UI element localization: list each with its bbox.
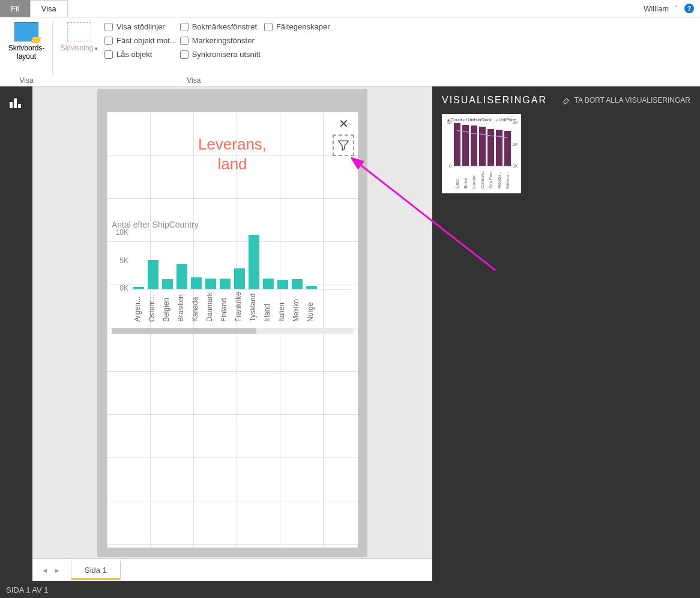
x-label: Argen...: [133, 292, 144, 322]
ribbon: Skrivbords- layout Visa Sidvisning▾ Visa…: [0, 17, 700, 86]
x-label: Mexiko: [292, 292, 303, 322]
filter-icon: [337, 139, 350, 152]
bar[interactable]: [277, 280, 288, 289]
help-icon[interactable]: ?: [684, 4, 694, 13]
y-axis: 10K 5K 0K: [112, 228, 128, 292]
x-label: Frankrike: [234, 292, 245, 322]
ribbon-group-visa-1: Visa: [5, 75, 48, 85]
skrivbordslayout-button[interactable]: Skrivbords- layout: [5, 20, 48, 61]
prev-page-icon[interactable]: ◄: [41, 566, 49, 575]
bar[interactable]: [177, 264, 187, 289]
phone-frame: ✕ Leverans, land Antal efter ShipCountry: [97, 89, 367, 557]
x-label: Tyskland: [249, 292, 259, 322]
chevron-down-icon: ▾: [95, 46, 98, 52]
bar[interactable]: [292, 279, 303, 289]
check-faltegenskaper[interactable]: Fältegenskaper: [264, 22, 330, 31]
vis-panel-title: VISUALISERINGAR: [442, 95, 547, 106]
bar[interactable]: [133, 287, 144, 289]
main-area: ✕ Leverans, land Antal efter ShipCountry: [0, 86, 700, 581]
x-axis: Argen...Österri...BelgienBrasilienKanada…: [133, 289, 353, 322]
chart-plot: 10K 5K 0K: [131, 232, 353, 289]
x-label: Kanada: [191, 292, 202, 322]
bar[interactable]: [263, 279, 274, 289]
bar-chart[interactable]: Antal efter ShipCountry 10K 5K 0K Argen.…: [112, 220, 353, 334]
tab-fil[interactable]: Fil: [0, 0, 30, 17]
close-icon[interactable]: ✕: [337, 115, 350, 132]
remove-all-visuals-button[interactable]: TA BORT ALLA VISUALISERINGAR: [563, 96, 690, 104]
thumb-line: [453, 123, 511, 166]
x-label: Brasilien: [177, 292, 187, 322]
status-text: SIDA 1 AV 1: [6, 585, 49, 594]
phone-screen[interactable]: ✕ Leverans, land Antal efter ShipCountry: [107, 112, 358, 548]
page-tab-1[interactable]: Sida 1: [71, 561, 121, 580]
check-las-objekt[interactable]: Lås objekt: [104, 50, 177, 59]
thumb-legend: Count of UnitsInStock UnitPrice: [445, 118, 517, 122]
x-label: Danmark: [205, 292, 216, 322]
bar[interactable]: [205, 279, 216, 289]
bar[interactable]: [148, 260, 158, 289]
check-bokmarken[interactable]: Bokmärkesfönstret: [180, 22, 261, 31]
x-label: Finland: [220, 292, 231, 322]
left-rail: [0, 86, 32, 581]
check-visa-stodlinjer[interactable]: Visa stödlinjer: [104, 22, 177, 31]
check-synkronisera[interactable]: Synkronisera utsnitt: [180, 50, 261, 59]
chart-title: Antal efter ShipCountry: [112, 220, 353, 229]
bar[interactable]: [306, 286, 317, 289]
x-label: Belgien: [162, 292, 173, 322]
tab-visa[interactable]: Visa: [30, 0, 68, 17]
status-bar: SIDA 1 AV 1: [0, 581, 700, 598]
collapse-ribbon-icon[interactable]: ˄: [675, 5, 678, 13]
user-name: William: [644, 4, 669, 13]
desktop-layout-icon: [14, 22, 38, 41]
canvas-area: ✕ Leverans, land Antal efter ShipCountry: [32, 86, 432, 581]
bar[interactable]: [249, 235, 259, 289]
bar[interactable]: [162, 279, 173, 289]
page-view-icon: [67, 22, 91, 41]
filter-button[interactable]: [333, 134, 354, 156]
x-label: Italien: [277, 292, 288, 322]
x-label: Norge: [306, 292, 317, 322]
x-label: Österri...: [148, 292, 158, 322]
next-page-icon[interactable]: ►: [53, 566, 61, 575]
sidvisning-button[interactable]: Sidvisning▾: [58, 20, 101, 52]
visualizations-panel: VISUALISERINGAR TA BORT ALLA VISUALISERI…: [432, 86, 700, 581]
report-view-icon[interactable]: [10, 97, 23, 108]
eraser-icon: [563, 96, 571, 104]
bar[interactable]: [220, 279, 231, 289]
ribbon-group-visa-2: Visa: [58, 75, 330, 85]
x-label: Irland: [263, 292, 274, 322]
visual-thumbnail[interactable]: Count of UnitsInStock UnitPrice 500 4K2K…: [442, 114, 521, 193]
check-markering[interactable]: Markeringsfönster: [180, 36, 261, 45]
page-tabs: ◄ ► Sida 1: [32, 558, 432, 581]
chart-scrollbar[interactable]: [112, 328, 353, 334]
bar[interactable]: [234, 268, 245, 289]
titlebar: Fil Visa William ˄ ?: [0, 0, 700, 17]
bar[interactable]: [191, 277, 202, 289]
check-fast-objekt[interactable]: Fäst objekt mot...: [104, 36, 177, 45]
